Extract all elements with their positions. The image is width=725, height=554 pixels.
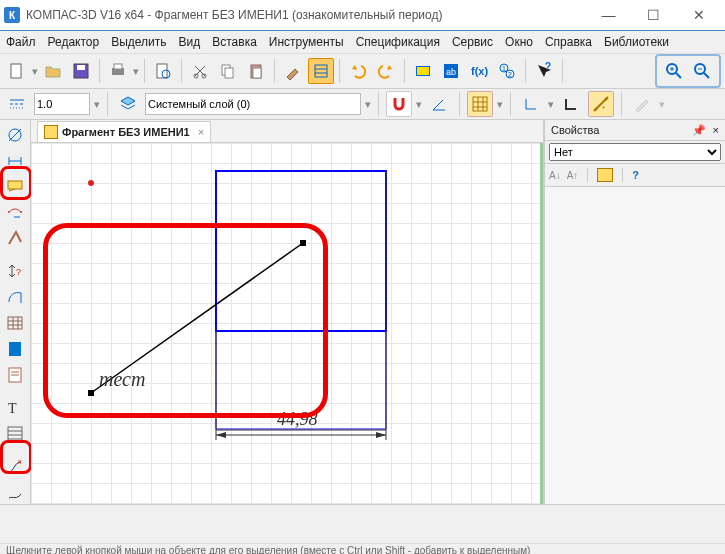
print-button[interactable] <box>105 58 131 84</box>
svg-rect-63 <box>9 342 21 356</box>
new-button[interactable] <box>4 58 30 84</box>
dimension-value[interactable]: 44,98 <box>277 409 318 430</box>
menu-spec[interactable]: Спецификация <box>356 35 440 49</box>
svg-text:?: ? <box>16 267 21 277</box>
titlebar: К КОМПАС-3D V16 x64 - Фрагмент БЕЗ ИМЕНИ… <box>0 0 725 31</box>
svg-rect-4 <box>114 64 122 69</box>
brush-icon[interactable] <box>280 58 306 84</box>
menu-window[interactable]: Окно <box>505 35 533 49</box>
layer-combo[interactable] <box>145 93 361 115</box>
measure-icon[interactable]: ? <box>3 261 27 283</box>
spline-icon[interactable]: x <box>3 456 27 478</box>
document-tab-row: Фрагмент БЕЗ ИМЕНИ1 × <box>31 120 543 143</box>
sort-za-icon[interactable]: A↑ <box>567 170 579 181</box>
menu-help[interactable]: Справка <box>545 35 592 49</box>
menu-view[interactable]: Вид <box>179 35 201 49</box>
svg-point-82 <box>88 180 94 186</box>
document-tab[interactable]: Фрагмент БЕЗ ИМЕНИ1 × <box>37 121 211 142</box>
close-button[interactable]: ✕ <box>676 0 721 30</box>
magnet-icon[interactable] <box>386 91 412 117</box>
fx-icon[interactable]: f(x) <box>466 58 492 84</box>
save-button[interactable] <box>68 58 94 84</box>
edit-icon[interactable] <box>3 201 27 223</box>
command-bar <box>0 504 725 543</box>
pencil-icon[interactable] <box>629 91 655 117</box>
grid-tool-icon[interactable] <box>3 423 27 445</box>
prop-folder-icon[interactable] <box>597 168 613 182</box>
zoom-group <box>655 54 721 88</box>
main-area: ? T x Фрагмент БЕЗ ИМЕНИ1 × <box>0 120 725 504</box>
properties-title: Свойства <box>551 124 599 136</box>
sort-az-icon[interactable]: A↓ <box>549 170 561 181</box>
lineweight-combo[interactable] <box>34 93 90 115</box>
redo-button[interactable] <box>373 58 399 84</box>
menu-tools[interactable]: Инструменты <box>269 35 344 49</box>
layers-icon[interactable] <box>115 91 141 117</box>
tab-close-icon[interactable]: × <box>198 126 204 138</box>
properties-toolbar: A↓ A↑ ? <box>545 164 725 187</box>
spec-tool-icon[interactable] <box>3 338 27 360</box>
svg-rect-12 <box>253 68 261 78</box>
numbers-icon[interactable]: 12 <box>494 58 520 84</box>
text-tool-icon[interactable]: T <box>3 397 27 419</box>
prop-help-icon[interactable]: ? <box>632 169 639 181</box>
menu-select[interactable]: Выделить <box>111 35 166 49</box>
properties-panel: Свойства 📌 × Нет A↓ A↑ ? <box>544 120 725 504</box>
arc-tool-icon[interactable] <box>3 286 27 308</box>
left-toolbar: ? T x <box>0 120 31 504</box>
maximize-button[interactable]: ☐ <box>631 0 676 30</box>
pin-icon[interactable]: 📌 <box>692 124 706 136</box>
annotation-icon[interactable] <box>3 176 27 198</box>
vars-icon[interactable]: ab <box>438 58 464 84</box>
panel-close-icon[interactable]: × <box>713 124 719 136</box>
angle-snap-icon[interactable] <box>426 91 452 117</box>
geometry-icon[interactable] <box>3 124 27 146</box>
round-icon[interactable]: * <box>588 91 614 117</box>
panel-controls: 📌 × <box>692 124 720 137</box>
grid-icon[interactable] <box>467 91 493 117</box>
svg-text:T: T <box>8 401 17 416</box>
canvas-panel: Фрагмент БЕЗ ИМЕНИ1 × <box>31 120 544 504</box>
linestyle-icon[interactable] <box>4 91 30 117</box>
svg-text:f(x): f(x) <box>471 65 488 77</box>
table-tool-icon[interactable] <box>3 312 27 334</box>
drawing-canvas[interactable]: тест 44,98 <box>31 143 543 504</box>
svg-rect-2 <box>77 65 85 70</box>
svg-rect-10 <box>225 68 233 78</box>
menu-editor[interactable]: Редактор <box>48 35 100 49</box>
svg-rect-73 <box>216 171 386 331</box>
csys-icon[interactable] <box>518 91 544 117</box>
menubar: Файл Редактор Выделить Вид Вставка Инстр… <box>0 31 725 54</box>
library-mgr-icon[interactable] <box>410 58 436 84</box>
app-icon: К <box>4 7 20 23</box>
svg-text:ab: ab <box>446 67 456 77</box>
cut-button[interactable] <box>187 58 213 84</box>
help-arrow-icon[interactable]: ? <box>531 58 557 84</box>
properties-icon[interactable] <box>308 58 334 84</box>
zoom-in-icon[interactable] <box>661 58 687 84</box>
svg-text:2: 2 <box>508 71 512 78</box>
menu-libs[interactable]: Библиотеки <box>604 35 669 49</box>
preview-button[interactable] <box>150 58 176 84</box>
toolbar-main: ▾ ▾ ab f(x) 12 ? <box>0 54 725 89</box>
zoom-out-icon[interactable] <box>689 58 715 84</box>
menu-file[interactable]: Файл <box>6 35 36 49</box>
ortho-icon[interactable] <box>558 91 584 117</box>
svg-text:x: x <box>18 458 22 465</box>
menu-service[interactable]: Сервис <box>452 35 493 49</box>
svg-text:1: 1 <box>502 65 506 72</box>
curve-icon[interactable] <box>3 482 27 504</box>
menu-insert[interactable]: Вставка <box>212 35 257 49</box>
svg-rect-52 <box>8 181 22 189</box>
undo-button[interactable] <box>345 58 371 84</box>
properties-object-select[interactable]: Нет <box>549 143 721 161</box>
copy-button[interactable] <box>215 58 241 84</box>
dimension-icon[interactable] <box>3 150 27 172</box>
open-button[interactable] <box>40 58 66 84</box>
report-icon[interactable] <box>3 364 27 386</box>
text-object[interactable]: тест <box>99 368 145 391</box>
constraint-icon[interactable] <box>3 227 27 249</box>
minimize-button[interactable]: — <box>586 0 631 30</box>
paste-button[interactable] <box>243 58 269 84</box>
properties-object-row: Нет <box>545 141 725 164</box>
